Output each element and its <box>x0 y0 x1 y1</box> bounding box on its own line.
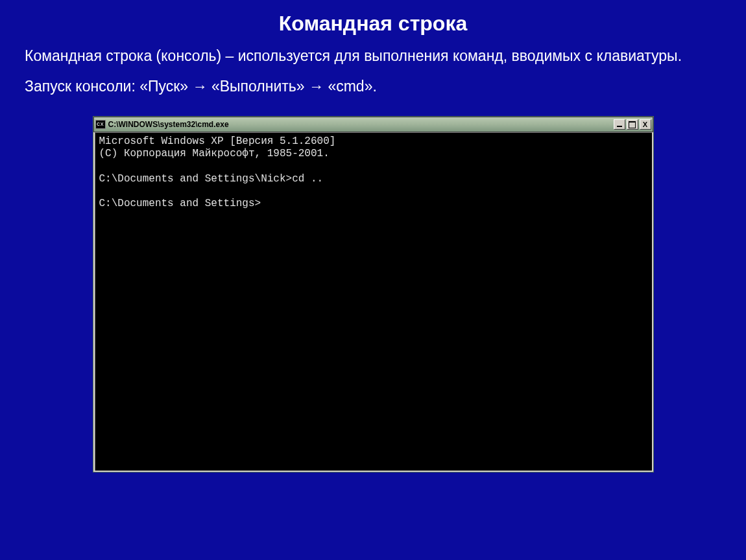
console-line: C:\Documents and Settings\Nick>cd .. <box>99 173 324 185</box>
console-line: C:\Documents and Settings> <box>99 198 261 209</box>
maximize-button[interactable] <box>627 119 638 130</box>
cmd-icon: cx <box>95 120 106 129</box>
console-output[interactable]: Microsoft Windows XP [Версия 5.1.2600] (… <box>95 132 652 471</box>
cmd-window: cx C:\WINDOWS\system32\cmd.exe X Microso… <box>93 116 654 472</box>
titlebar[interactable]: cx C:\WINDOWS\system32\cmd.exe X <box>93 117 653 132</box>
slide-body: Командная строка (консоль) – используетс… <box>0 36 746 97</box>
minimize-button[interactable] <box>614 119 625 130</box>
window-controls: X <box>614 119 651 130</box>
console-line: Microsoft Windows XP [Версия 5.1.2600] <box>99 135 336 147</box>
console-line <box>99 185 106 197</box>
window-title: C:\WINDOWS\system32\cmd.exe <box>108 120 614 129</box>
paragraph-1: Командная строка (консоль) – используетс… <box>25 46 721 66</box>
close-button[interactable]: X <box>640 119 651 130</box>
console-frame: Microsoft Windows XP [Версия 5.1.2600] (… <box>93 132 653 472</box>
console-line: (С) Корпорация Майкрософт, 1985-2001. <box>99 148 330 159</box>
paragraph-2: Запуск консоли: «Пуск» → «Выполнить» → «… <box>25 76 721 97</box>
console-line <box>99 160 106 172</box>
slide-title: Командная строка <box>0 0 746 36</box>
